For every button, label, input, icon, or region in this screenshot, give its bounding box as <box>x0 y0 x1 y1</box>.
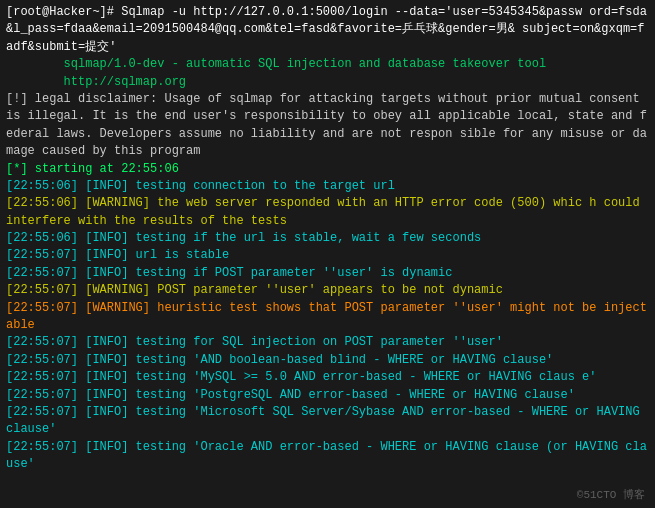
terminal-line-info2: [22:55:06] [INFO] testing if the url is … <box>6 230 649 247</box>
terminal-line-cmd: [root@Hacker~]# Sqlmap -u http://127.0.0… <box>6 4 649 56</box>
terminal-line-info4: [22:55:07] [INFO] testing if POST parame… <box>6 265 649 282</box>
terminal-window: [root@Hacker~]# Sqlmap -u http://127.0.0… <box>0 0 655 508</box>
terminal-line-starting: [*] starting at 22:55:06 <box>6 161 649 178</box>
terminal-line-warn3: [22:55:07] [WARNING] heuristic test show… <box>6 300 649 335</box>
terminal-line-info1: [22:55:06] [INFO] testing connection to … <box>6 178 649 195</box>
terminal-line-info6: [22:55:07] [INFO] testing 'AND boolean-b… <box>6 352 649 369</box>
terminal-line-sqlmap-url: http://sqlmap.org <box>6 74 649 91</box>
terminal-line-info8: [22:55:07] [INFO] testing 'PostgreSQL AN… <box>6 387 649 404</box>
terminal-line-info9: [22:55:07] [INFO] testing 'Microsoft SQL… <box>6 404 649 439</box>
watermark-text: ©51CTO 博客 <box>577 487 645 502</box>
terminal-line-info7: [22:55:07] [INFO] testing 'MySQL >= 5.0 … <box>6 369 649 386</box>
terminal-line-sqlmap-version: sqlmap/1.0-dev - automatic SQL injection… <box>6 56 649 73</box>
terminal-line-info10: [22:55:07] [INFO] testing 'Oracle AND er… <box>6 439 649 474</box>
terminal-line-warn2: [22:55:07] [WARNING] POST parameter ''us… <box>6 282 649 299</box>
terminal-line-info3: [22:55:07] [INFO] url is stable <box>6 247 649 264</box>
terminal-line-warn1: [22:55:06] [WARNING] the web server resp… <box>6 195 649 230</box>
terminal-line-info5: [22:55:07] [INFO] testing for SQL inject… <box>6 334 649 351</box>
terminal-line-legal1: [!] legal disclaimer: Usage of sqlmap fo… <box>6 91 649 161</box>
